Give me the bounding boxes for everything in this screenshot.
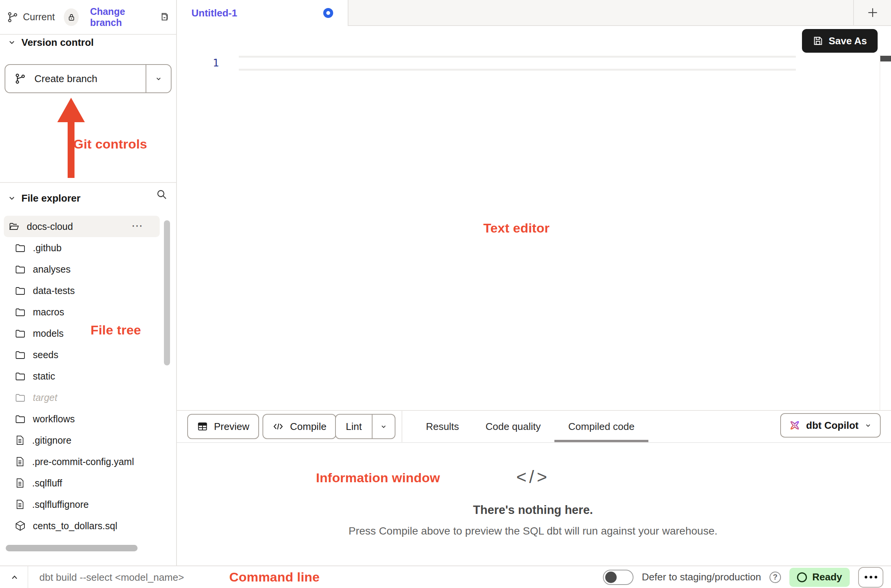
- create-branch-button[interactable]: Create branch: [5, 64, 172, 93]
- file-tree-row-models[interactable]: models: [0, 323, 176, 344]
- help-icon[interactable]: ?: [770, 572, 781, 583]
- chevron-down-icon: [8, 194, 16, 202]
- save-icon: [813, 36, 823, 46]
- file-name: .github: [33, 242, 62, 254]
- file-tree-row-seeds[interactable]: seeds: [0, 344, 176, 365]
- folder-icon: [15, 263, 26, 275]
- lint-label: Lint: [346, 421, 362, 433]
- file-tree-row--pre-commit-config-yaml[interactable]: .pre-commit-config.yaml: [0, 451, 176, 472]
- file-name: .pre-commit-config.yaml: [32, 456, 134, 467]
- folder-icon: [15, 328, 26, 339]
- editor-action-bar: Save As: [177, 26, 891, 55]
- sidebar-horizontal-scrollbar[interactable]: [6, 545, 138, 551]
- tab-untitled-1[interactable]: Untitled-1: [177, 0, 348, 26]
- preview-label: Preview: [214, 421, 249, 433]
- version-control-header[interactable]: Version control: [0, 33, 176, 52]
- file-name: seeds: [33, 349, 58, 360]
- change-branch-link[interactable]: Change branch: [90, 6, 148, 28]
- file-icon: [15, 456, 25, 467]
- current-branch-label: Current: [23, 11, 55, 23]
- file-name: cents_to_dollars.sql: [33, 520, 117, 531]
- create-branch-dropdown[interactable]: [146, 65, 171, 92]
- lint-split-button[interactable]: Lint: [335, 414, 395, 439]
- status-label: Ready: [812, 571, 842, 583]
- git-branch-icon: [15, 73, 26, 84]
- file-tree-row--sqlfluffignore[interactable]: .sqlfluffignore: [0, 494, 176, 515]
- file-name: data-tests: [33, 285, 75, 296]
- sidebar: Current Change branch Version control: [0, 0, 177, 566]
- dbt-copilot-button[interactable]: dbt Copilot: [780, 413, 881, 438]
- editor-scrollbar-track: [880, 55, 880, 410]
- git-header: Current Change branch: [0, 0, 176, 35]
- folder-icon: [15, 370, 26, 382]
- active-tab-underline: [554, 440, 648, 442]
- file-explorer-header[interactable]: File explorer: [0, 188, 176, 208]
- search-icon[interactable]: [156, 188, 168, 200]
- file-tree-row--sqlfluff[interactable]: .sqlfluff: [0, 472, 176, 494]
- file-tree-row-analyses[interactable]: analyses: [0, 258, 176, 280]
- text-editor[interactable]: 1 Text editor: [177, 55, 891, 410]
- active-line-bottom-rule: [239, 69, 796, 71]
- file-tree-row-target[interactable]: target: [0, 387, 176, 408]
- defer-toggle[interactable]: [603, 570, 633, 585]
- command-bar-separator: [28, 566, 28, 588]
- tab-label: Untitled-1: [191, 7, 323, 19]
- row-kebab-menu-icon[interactable]: ⋯: [131, 219, 144, 232]
- file-name: .gitignore: [32, 435, 71, 446]
- lint-button[interactable]: Lint: [336, 415, 372, 438]
- folder-icon: [15, 349, 26, 360]
- file-tree-row-cents-to-dollars-sql[interactable]: cents_to_dollars.sql: [0, 515, 176, 536]
- copy-icon[interactable]: [158, 11, 169, 23]
- file-icon: [15, 478, 25, 488]
- chevron-down-icon: [8, 38, 16, 47]
- editor-scrollbar-thumb[interactable]: [880, 56, 891, 61]
- file-name: workflows: [33, 414, 75, 425]
- code-icon: [272, 421, 284, 432]
- editor-gutter: 1: [177, 55, 239, 71]
- folder-icon: [15, 285, 26, 296]
- save-as-button[interactable]: Save As: [802, 29, 878, 53]
- branch-locked-badge: [64, 8, 78, 26]
- version-control-title: Version control: [21, 37, 94, 48]
- defer-label: Defer to staging/production: [642, 571, 761, 583]
- file-tree-row--github[interactable]: .github: [0, 237, 176, 258]
- file-tree-row-workflows[interactable]: workflows: [0, 408, 176, 430]
- model-cube-icon: [15, 520, 26, 531]
- file-icon: [15, 435, 25, 446]
- file-name: models: [33, 328, 64, 339]
- empty-state-subtitle: Press Compile above to preview the SQL d…: [348, 525, 717, 537]
- file-icon: [15, 499, 25, 510]
- copilot-label: dbt Copilot: [806, 420, 859, 431]
- annotation-file-tree: File tree: [91, 323, 141, 338]
- status-badge-ready: Ready: [789, 568, 850, 587]
- file-name: docs-cloud: [27, 221, 73, 232]
- tab-compiled-code[interactable]: Compiled code: [568, 411, 634, 442]
- command-input[interactable]: dbt build --select <model_name>: [39, 571, 184, 583]
- create-branch-label: Create branch: [34, 73, 97, 85]
- chevron-up-icon[interactable]: [9, 572, 20, 583]
- empty-state-title: There's nothing here.: [473, 503, 593, 517]
- sidebar-divider: [0, 182, 176, 183]
- toggle-knob: [605, 572, 617, 583]
- file-name: analyses: [33, 264, 71, 275]
- lint-dropdown[interactable]: [372, 415, 395, 438]
- git-branch-icon: [7, 11, 18, 23]
- compile-button[interactable]: Compile: [262, 414, 336, 439]
- file-tree-row-docs-cloud[interactable]: docs-cloud ⋯: [4, 216, 160, 237]
- tab-code-quality[interactable]: Code quality: [486, 411, 541, 442]
- annotation-information-window: Information window: [316, 470, 440, 485]
- lock-icon: [67, 13, 76, 22]
- toolbar-separator: [402, 411, 402, 442]
- file-tree: docs-cloud ⋯ .github: [0, 216, 176, 536]
- more-options-button[interactable]: [858, 567, 883, 588]
- preview-button[interactable]: Preview: [187, 414, 259, 439]
- tab-results[interactable]: Results: [426, 411, 459, 442]
- file-tree-row--gitignore[interactable]: .gitignore: [0, 430, 176, 451]
- file-tree-row-static[interactable]: static: [0, 365, 176, 387]
- folder-icon: [15, 306, 26, 318]
- new-tab-button[interactable]: [853, 0, 891, 25]
- file-tree-row-data-tests[interactable]: data-tests: [0, 280, 176, 301]
- sidebar-vertical-scrollbar[interactable]: [164, 220, 170, 365]
- table-icon: [197, 421, 208, 432]
- file-tree-row-macros[interactable]: macros: [0, 301, 176, 323]
